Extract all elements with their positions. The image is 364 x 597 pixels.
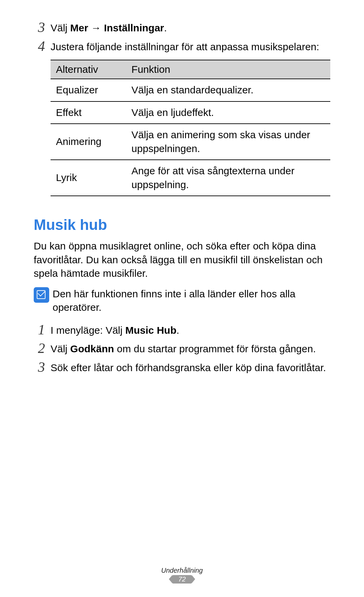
step-item: 3Sök efter låtar och förhandsgranska ell… [34, 360, 330, 375]
step-text: Välj Mer → Inställningar. [51, 20, 330, 35]
page-number-badge: 72 [172, 575, 192, 584]
page-footer: Underhållning 72 [0, 567, 364, 584]
note-icon [34, 287, 49, 303]
table-cell-function: Ange för att visa sångtexterna under upp… [126, 160, 330, 196]
table-cell-function: Välja en ljudeffekt. [126, 101, 330, 124]
note-text: Den här funktionen finns inte i alla län… [53, 287, 330, 315]
section-title: Musik hub [34, 216, 330, 233]
step-number: 1 [34, 323, 49, 337]
step-item: 2Välj Godkänn om du startar programmet f… [34, 341, 330, 356]
table-header-function: Funktion [126, 60, 330, 79]
table-header-option: Alternativ [51, 60, 126, 79]
table-cell-option: Lyrik [51, 160, 126, 196]
options-table: Alternativ Funktion EqualizerVälja en st… [51, 60, 330, 196]
table-row: EqualizerVälja en standardequalizer. [51, 79, 330, 101]
step-number: 3 [34, 360, 49, 374]
step-text: I menyläge: Välj Music Hub. [51, 323, 330, 337]
note-block: Den här funktionen finns inte i alla län… [34, 287, 330, 315]
step-text: Sök efter låtar och förhandsgranska elle… [51, 360, 330, 375]
table-cell-option: Effekt [51, 101, 126, 124]
table-cell-option: Animering [51, 124, 126, 160]
table-cell-function: Välja en animering som ska visas under u… [126, 124, 330, 160]
footer-category: Underhållning [0, 567, 364, 574]
table-row: LyrikAnge för att visa sångtexterna unde… [51, 160, 330, 196]
step-text: Välj Godkänn om du startar programmet fö… [51, 341, 330, 356]
step-text: Justera följande inställningar för att a… [51, 39, 330, 54]
table-cell-option: Equalizer [51, 79, 126, 101]
table-cell-function: Välja en standardequalizer. [126, 79, 330, 101]
table-row: EffektVälja en ljudeffekt. [51, 101, 330, 124]
step-item: 3Välj Mer → Inställningar. [34, 20, 330, 35]
step-number: 4 [34, 39, 49, 53]
step-item: 4Justera följande inställningar för att … [34, 39, 330, 54]
step-number: 3 [34, 20, 49, 34]
document-page: 3Välj Mer → Inställningar.4Justera följa… [0, 0, 364, 597]
step-item: 1I menyläge: Välj Music Hub. [34, 323, 330, 337]
step-number: 2 [34, 341, 49, 355]
section-intro: Du kan öppna musiklagret online, och sök… [34, 239, 330, 280]
table-row: AnimeringVälja en animering som ska visa… [51, 124, 330, 160]
